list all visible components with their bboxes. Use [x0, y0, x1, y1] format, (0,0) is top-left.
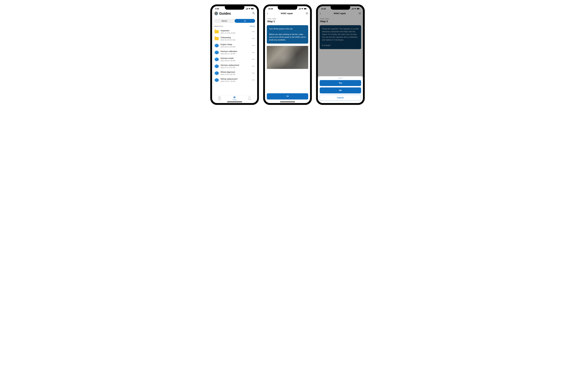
item-more-icon[interactable]: ••• [252, 51, 255, 54]
list-item[interactable]: Inspection 2021-11-19 6:13 AM ••• [212, 28, 257, 35]
home-indicator[interactable] [227, 101, 242, 102]
svg-rect-11 [235, 97, 236, 98]
step-subtitle: HVAC repair [267, 18, 308, 20]
item-date: 2021-07-12 4:12 PM [220, 67, 250, 69]
svg-rect-17 [304, 8, 306, 9]
sort-row: Name (A-Z) ↓ Sort by [212, 24, 257, 28]
cancel-button[interactable]: Cancel [320, 95, 361, 101]
avatar[interactable] [214, 12, 218, 15]
nav-label: Library [233, 99, 237, 100]
step-image[interactable] [267, 46, 308, 69]
list-item[interactable]: Onboarding 2021-05-19 6:37 AM ••• [212, 35, 257, 42]
item-title: Harness calibration [220, 50, 250, 52]
item-date: 2021-08-03 1:38 PM [220, 60, 250, 62]
arrow-right-icon [286, 96, 289, 98]
svg-line-8 [254, 14, 255, 14]
item-date: 2021-11-19 6:13 AM [220, 32, 250, 34]
item-title: Engine Swap [220, 43, 250, 46]
back-button[interactable]: ‹ [267, 12, 268, 15]
home-indicator[interactable] [280, 101, 295, 102]
guide-icon [215, 44, 219, 48]
page-header: Guides [212, 11, 257, 17]
guide-icon [215, 78, 219, 82]
svg-rect-9 [234, 97, 234, 98]
item-date: 2021-09-21 6:13 AM [220, 46, 250, 48]
item-date: 2020-12-05 1:18 PM [220, 80, 250, 82]
svg-rect-12 [299, 9, 299, 9]
svg-rect-3 [247, 8, 248, 9]
tab-recent[interactable]: Recent [214, 19, 235, 23]
folder-icon [215, 30, 219, 33]
battery-icon [251, 8, 254, 10]
item-date: 2020-12-03 3:32 PM [220, 74, 250, 75]
step-number: Step 1 [267, 20, 308, 23]
library-icon [233, 96, 236, 99]
nav-label: Home [218, 99, 221, 100]
step-header-bar: ‹ HVAC repair 123 [265, 11, 310, 16]
more-icon: ••• [248, 96, 251, 98]
instruction-card: Turn off the power to the unit. Before y… [267, 25, 308, 44]
yes-button[interactable]: Yes [320, 80, 361, 86]
item-more-icon[interactable]: ••• [252, 44, 255, 47]
tab-all[interactable]: All [235, 19, 255, 23]
tab-segment: Recent All [214, 19, 255, 23]
bottom-nav: Home Library ••• More [212, 95, 257, 101]
svg-text:3: 3 [306, 14, 306, 14]
action-sheet: Yes No Cancel [318, 76, 363, 103]
search-icon[interactable] [252, 12, 255, 15]
list-item[interactable]: Harness replacement 2021-07-12 4:12 PM •… [212, 63, 257, 70]
svg-rect-15 [300, 8, 301, 9]
next-step-button[interactable] [267, 93, 308, 99]
svg-rect-5 [251, 8, 253, 9]
item-title: Onboarding [220, 36, 250, 39]
guides-list[interactable]: Inspection 2021-11-19 6:13 AM ••• Onboar… [212, 28, 257, 95]
svg-rect-1 [246, 9, 247, 9]
list-item[interactable]: Engine Swap 2021-09-21 6:13 AM ••• [212, 42, 257, 49]
list-item[interactable]: Harness calibration 2021-08-12 1:18 PM •… [212, 49, 257, 56]
wifi-icon [248, 8, 250, 10]
step-title-block: HVAC repair Step 1 [265, 16, 310, 24]
status-icons [246, 8, 254, 10]
svg-rect-14 [300, 8, 300, 9]
svg-rect-13 [299, 9, 299, 9]
item-more-icon[interactable]: ••• [252, 31, 255, 33]
svg-rect-0 [246, 9, 246, 9]
guide-icon [215, 50, 219, 54]
nav-home[interactable]: Home [212, 96, 227, 100]
item-more-icon[interactable]: ••• [252, 58, 255, 61]
item-title: Wheel alignment [220, 71, 250, 73]
svg-rect-18 [307, 8, 307, 9]
item-title: Wiring replacement [220, 78, 250, 80]
page-title: Guides [219, 11, 251, 15]
status-time: 10:28 [268, 8, 273, 10]
battery-icon [304, 8, 307, 10]
nav-more[interactable]: ••• More [242, 96, 257, 100]
phone-step-1: 10:28 ‹ HVAC repair 123 HVAC repair Step… [263, 5, 312, 105]
item-more-icon[interactable]: ••• [252, 65, 255, 68]
guide-icon [215, 64, 219, 68]
nav-library[interactable]: Library [227, 96, 242, 100]
item-title: Inspection [220, 29, 250, 32]
item-more-icon[interactable]: ••• [252, 72, 255, 74]
item-more-icon[interactable]: ••• [252, 79, 255, 81]
list-item[interactable]: Wheel alignment 2020-12-03 3:32 PM ••• [212, 70, 257, 77]
svg-rect-6 [254, 8, 254, 9]
sort-by-button[interactable]: Sort by [250, 25, 255, 27]
status-time: 6:50 [215, 8, 219, 10]
home-icon [218, 96, 221, 99]
wifi-icon [301, 8, 303, 10]
sheet-grabber[interactable] [338, 78, 343, 78]
cellular-icon [299, 8, 301, 10]
header-title: HVAC repair [270, 12, 304, 15]
phone-guides-list: 6:50 Guides Recent All [211, 5, 259, 105]
no-button[interactable]: No [320, 87, 361, 93]
item-title: Harness replacement [220, 64, 250, 66]
folder-icon [215, 37, 219, 40]
list-item[interactable]: Wiring replacement 2020-12-05 1:18 PM ••… [212, 77, 257, 83]
item-more-icon[interactable]: ••• [252, 38, 255, 40]
list-item[interactable]: Harness install 2021-08-03 1:38 PM ••• [212, 56, 257, 63]
sort-label: Name (A-Z) ↓ [214, 25, 224, 27]
phone-step-3-modal: 10:28 ‹ HVAC repair 123 HVAC repair Step… [316, 5, 364, 105]
cellular-icon [246, 8, 248, 10]
steps-list-icon[interactable]: 123 [306, 12, 308, 15]
